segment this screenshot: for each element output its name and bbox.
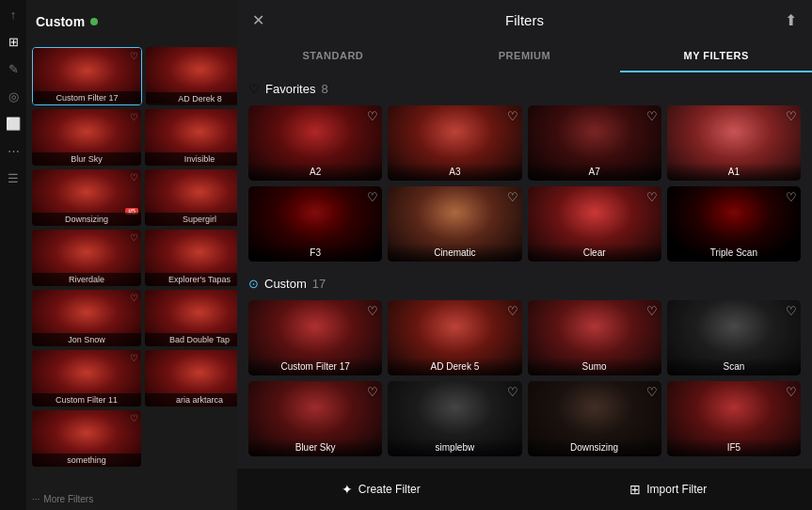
tab-standard[interactable]: STANDARD <box>237 40 429 72</box>
tab-my-filters[interactable]: MY FILTERS <box>620 40 812 72</box>
import-filter-label: Import Filter <box>646 483 707 496</box>
filter-label: F3 <box>248 244 382 262</box>
tab-premium[interactable]: PREMIUM <box>429 40 621 72</box>
heart-icon: ♡ <box>646 109 658 123</box>
grid-icon[interactable]: ⊞ <box>8 35 19 49</box>
modal-tabs: STANDARD PREMIUM MY FILTERS <box>237 40 812 72</box>
modal-footer: ✦ Create Filter ⊞ Import Filter <box>237 469 812 510</box>
create-icon: ✦ <box>342 482 353 497</box>
heart-icon: ♡ <box>507 190 518 204</box>
square-icon[interactable]: ⬜ <box>6 117 21 131</box>
filter-list: ♡ Custom Filter 17 ♡ AD Derek 8 ♡ Blur S… <box>26 43 260 488</box>
list-item[interactable]: ♡ Jon Snow <box>32 290 141 346</box>
grid-row: ♡ Blur Sky ♡ Invisible <box>32 109 254 166</box>
more-filters-label: More Filters <box>43 494 93 504</box>
filter-label: Triple Scan <box>667 244 801 262</box>
heart-icon: ♡ <box>786 385 797 399</box>
filter-item-clear[interactable]: ♡ Clear <box>528 186 661 262</box>
custom-icon: ⊙ <box>248 277 259 291</box>
filter-item-scan[interactable]: ♡ Scan <box>667 300 801 375</box>
grid-row: ♡ something <box>32 410 254 467</box>
filter-item-triplescan[interactable]: ♡ Triple Scan <box>667 186 801 262</box>
panel-title: Custom <box>36 14 85 29</box>
create-filter-button[interactable]: ✦ Create Filter <box>237 476 525 502</box>
filter-item-bluersky[interactable]: ♡ Bluer Sky <box>248 381 382 456</box>
app-toolbar: ↑ ⊞ ✎ ◎ ⬜ ⋯ ☰ <box>0 0 26 510</box>
more-icon: ··· <box>32 494 40 504</box>
grid-row: ♡ Custom Filter 11 ♡ aria arktarca <box>32 350 254 406</box>
custom-count: 17 <box>312 277 326 291</box>
layers-icon[interactable]: ⋯ <box>8 144 20 158</box>
heart-icon: ♡ <box>646 385 658 399</box>
filter-label: AD Derek 5 <box>388 358 521 375</box>
filter-item-sumo[interactable]: ♡ Sumo <box>528 300 661 375</box>
edit-icon[interactable]: ✎ <box>8 62 19 76</box>
filter-item-a7[interactable]: ♡ A7 <box>528 105 661 181</box>
filter-label: Scan <box>667 358 801 375</box>
heart-icon: ♡ <box>248 82 260 96</box>
filter-label: simplebw <box>388 438 521 456</box>
import-icon: ⊞ <box>629 482 641 497</box>
heart-icon: ♡ <box>507 304 518 318</box>
filter-item-f3[interactable]: ♡ F3 <box>248 186 382 262</box>
more-filters-row[interactable]: ··· More Filters <box>26 488 260 510</box>
import-filter-button[interactable]: ⊞ Import Filter <box>525 476 813 502</box>
list-item[interactable]: ♡ something <box>32 410 141 467</box>
filter-item-cf17[interactable]: ♡ Custom Filter 17 <box>248 300 382 375</box>
filter-label: A7 <box>528 163 661 181</box>
filter-label: Clear <box>528 244 661 262</box>
heart-icon: ♡ <box>367 385 378 399</box>
filter-item-downsizing[interactable]: ♡ Downsizing <box>528 381 661 456</box>
heart-icon: ♡ <box>786 109 797 123</box>
menu-icon[interactable]: ☰ <box>8 171 19 185</box>
list-item[interactable]: ♡ Blur Sky <box>32 109 141 166</box>
favorites-count: 8 <box>321 82 327 96</box>
heart-icon: ♡ <box>367 109 378 123</box>
filter-item-a2[interactable]: ♡ A2 <box>248 105 382 181</box>
heart-icon: ♡ <box>507 385 518 399</box>
filter-label: Downsizing <box>528 438 661 456</box>
filter-item-a1[interactable]: ♡ A1 <box>667 105 801 181</box>
filter-item-cinematic[interactable]: ♡ Cinematic <box>388 186 521 262</box>
filter-item-if5[interactable]: ♡ IF5 <box>667 381 801 456</box>
grid-row: ♡ #5 Downsizing ♡ Supergirl <box>32 169 254 226</box>
filter-label: IF5 <box>667 438 801 456</box>
grid-row: ♡ Jon Snow ♡ Bad Double Tap <box>32 290 254 346</box>
heart-icon: ♡ <box>507 109 518 123</box>
list-item[interactable]: ♡ #5 Downsizing <box>32 169 141 226</box>
filter-label: Sumo <box>528 358 661 375</box>
filter-label: Bluer Sky <box>248 438 382 456</box>
custom-section-header: ⊙ Custom 17 <box>248 277 801 291</box>
list-item[interactable]: ♡ Custom Filter 11 <box>32 350 141 406</box>
left-header: Custom ⊞ <box>26 0 260 43</box>
heart-icon: ♡ <box>646 304 658 318</box>
filter-item-adderek[interactable]: ♡ AD Derek 5 <box>388 300 521 375</box>
modal-header: ✕ Filters ⬆ <box>237 0 812 40</box>
filter-item-a3[interactable]: ♡ A3 <box>388 105 521 181</box>
custom-grid: ♡ Custom Filter 17 ♡ AD Derek 5 ♡ <box>248 300 801 456</box>
filters-modal: ✕ Filters ⬆ STANDARD PREMIUM MY FILTERS … <box>237 0 812 510</box>
filter-label: Cinematic <box>388 244 521 262</box>
list-item[interactable]: ♡ Custom Filter 17 <box>32 47 142 105</box>
circle-icon[interactable]: ◎ <box>8 89 19 104</box>
modal-body: ♡ Favorites 8 ♡ A2 ♡ <box>237 72 812 469</box>
favorites-title: Favorites <box>265 82 315 96</box>
favorites-grid: ♡ A2 ♡ A3 ♡ A7 <box>248 105 801 262</box>
filter-item-simplebw[interactable]: ♡ simplebw <box>388 381 521 456</box>
filter-label: A1 <box>667 163 801 181</box>
heart-icon: ♡ <box>367 304 378 318</box>
upload-icon[interactable]: ↑ <box>10 8 17 22</box>
heart-icon: ♡ <box>786 304 797 318</box>
status-dot <box>90 18 98 25</box>
app-wrapper: ↑ ⊞ ✎ ◎ ⬜ ⋯ ☰ Custom ⊞ ♡ Custom Filter 1… <box>0 0 812 510</box>
modal-export-button[interactable]: ⬆ <box>785 11 797 29</box>
filter-label: A3 <box>388 163 521 181</box>
heart-icon: ♡ <box>367 190 378 204</box>
create-filter-label: Create Filter <box>358 483 421 496</box>
modal-close-button[interactable]: ✕ <box>252 11 264 29</box>
grid-row: ♡ Riverdale ♡ Explorer's Tapas <box>32 230 254 286</box>
filter-label: A2 <box>248 163 382 181</box>
heart-icon: ♡ <box>786 190 797 204</box>
list-item[interactable]: ♡ Riverdale <box>32 230 141 286</box>
custom-title: Custom <box>264 277 307 291</box>
